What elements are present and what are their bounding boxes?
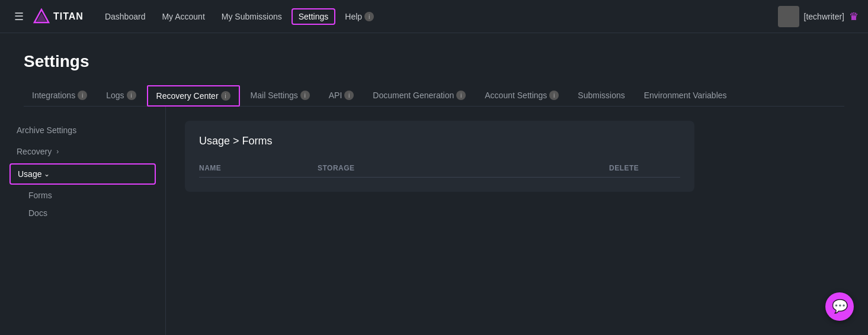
user-label: [techwriter] xyxy=(804,12,844,21)
logo[interactable]: TITAN xyxy=(33,8,84,25)
chat-button[interactable]: 💬 xyxy=(825,292,854,321)
tab-api-info[interactable]: i xyxy=(344,91,354,100)
docs-label: Docs xyxy=(28,208,47,218)
nav-right: [techwriter] ♛ xyxy=(778,6,859,27)
main-layout: Archive Settings Recovery › Usage ⌄ Form… xyxy=(0,107,868,335)
logo-icon xyxy=(33,8,50,25)
content-card: Usage > Forms NAME STORAGE DELETE xyxy=(185,121,694,192)
page-title: Settings xyxy=(24,52,844,71)
help-label: Help xyxy=(345,12,362,21)
col-delete: DELETE xyxy=(609,164,680,172)
sidebar-item-usage[interactable]: Usage ⌄ xyxy=(9,163,156,185)
forms-label: Forms xyxy=(28,191,52,200)
tab-environment-variables[interactable]: Environment Variables xyxy=(636,86,735,106)
nav-dashboard[interactable]: Dashboard xyxy=(98,8,153,25)
tab-account-settings-label: Account Settings xyxy=(485,91,547,100)
nav-my-account[interactable]: My Account xyxy=(155,8,212,25)
sidebar: Archive Settings Recovery › Usage ⌄ Form… xyxy=(0,107,166,335)
tab-logs-label: Logs xyxy=(106,91,124,100)
tab-api[interactable]: API i xyxy=(321,86,363,106)
tab-mail-settings-label: Mail Settings xyxy=(251,91,298,100)
sidebar-item-archive-settings[interactable]: Archive Settings xyxy=(9,121,156,140)
nav-links: Dashboard My Account My Submissions Sett… xyxy=(98,8,773,25)
nav-my-submissions[interactable]: My Submissions xyxy=(214,8,289,25)
col-name: NAME xyxy=(199,164,318,172)
tab-document-generation-label: Document Generation xyxy=(373,91,454,100)
sidebar-sub-item-forms[interactable]: Forms xyxy=(21,187,156,204)
content-area: Usage > Forms NAME STORAGE DELETE xyxy=(166,107,868,335)
tab-document-generation-info[interactable]: i xyxy=(456,91,466,100)
tab-recovery-center-info[interactable]: i xyxy=(221,91,230,101)
tab-recovery-center[interactable]: Recovery Center i xyxy=(147,85,240,107)
hamburger-icon[interactable]: ☰ xyxy=(9,8,28,25)
sidebar-sub-item-docs[interactable]: Docs xyxy=(21,205,156,221)
tab-integrations[interactable]: Integrations i xyxy=(24,86,95,106)
crown-icon: ♛ xyxy=(849,10,859,23)
usage-chevron-icon: ⌄ xyxy=(44,170,50,178)
avatar xyxy=(778,6,799,27)
tab-submissions-label: Submissions xyxy=(578,91,624,100)
page-content: Settings Integrations i Logs i Recovery … xyxy=(0,33,868,107)
nav-settings[interactable]: Settings xyxy=(292,8,336,25)
usage-label: Usage xyxy=(18,169,41,179)
content-card-title: Usage > Forms xyxy=(199,135,680,147)
tab-submissions[interactable]: Submissions xyxy=(569,86,633,106)
logo-text: TITAN xyxy=(53,11,84,22)
help-info-icon[interactable]: i xyxy=(364,12,374,21)
tab-recovery-center-label: Recovery Center xyxy=(156,91,219,101)
tab-environment-variables-label: Environment Variables xyxy=(644,91,727,100)
tab-account-settings-info[interactable]: i xyxy=(549,91,559,100)
tab-mail-settings-info[interactable]: i xyxy=(300,91,310,100)
sidebar-sub-items: Forms Docs xyxy=(9,187,156,221)
tab-integrations-info[interactable]: i xyxy=(78,91,87,100)
sidebar-item-recovery[interactable]: Recovery › xyxy=(9,142,156,161)
tab-logs[interactable]: Logs i xyxy=(98,86,144,106)
tab-mail-settings[interactable]: Mail Settings i xyxy=(242,86,318,106)
recovery-arrow-icon: › xyxy=(56,147,59,156)
tabs-bar: Integrations i Logs i Recovery Center i … xyxy=(24,85,844,107)
recovery-label: Recovery xyxy=(17,147,52,156)
tab-integrations-label: Integrations xyxy=(32,91,75,100)
table-header: NAME STORAGE DELETE xyxy=(199,159,680,178)
top-nav: ☰ TITAN Dashboard My Account My Submissi… xyxy=(0,0,868,33)
tab-logs-info[interactable]: i xyxy=(127,91,136,100)
nav-help[interactable]: Help i xyxy=(338,8,381,25)
col-storage: STORAGE xyxy=(318,164,609,172)
tab-account-settings[interactable]: Account Settings i xyxy=(476,86,567,106)
tab-api-label: API xyxy=(329,91,342,100)
tab-document-generation[interactable]: Document Generation i xyxy=(364,86,474,106)
archive-settings-label: Archive Settings xyxy=(17,125,76,135)
